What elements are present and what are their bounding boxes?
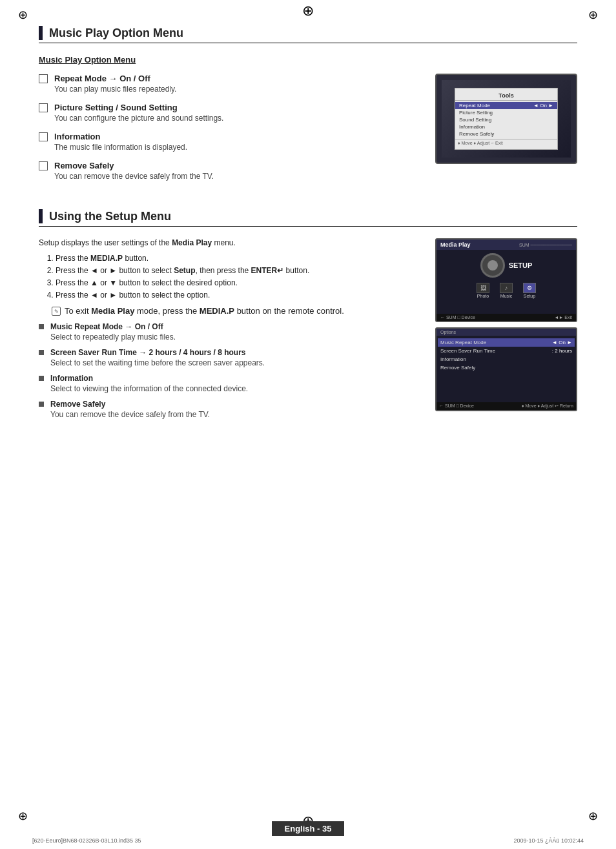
menu-item-remove: Remove Safely You can remove the device … <box>39 161 422 181</box>
sm-footer-right: ♦ Move ♦ Adjust ↩ Return <box>522 404 573 409</box>
tools-footer-text: ♦ Move ♦ Adjust ←Exit <box>458 141 503 145</box>
tools-popup-footer: ♦ Move ♦ Adjust ←Exit <box>455 139 557 147</box>
bullet-screensaver-content: Screen Saver Run Time → 2 hours / 4 hour… <box>50 348 265 367</box>
bullet-items: Music Repeat Mode → On / Off Select to r… <box>39 322 422 419</box>
tools-item-picture-label: Picture Setting <box>459 110 493 116</box>
bullet-info: Information Select to viewing the inform… <box>39 374 422 393</box>
tools-popup: Tools Repeat Mode ◄ On ► Picture Setting… <box>455 88 558 150</box>
sm-music-repeat-value: ◄ On ► <box>552 340 572 345</box>
bullet-music-repeat-desc: Select to repeatedly play music files. <box>50 332 176 342</box>
steps-left: Setup displays the user settings of the … <box>39 238 422 425</box>
menu-item-remove-desc: You can remove the device safely from th… <box>54 172 214 181</box>
bullet-icon-remove <box>39 402 44 407</box>
tools-item-sound: Sound Setting <box>455 116 557 123</box>
sm-item-info: Information <box>440 355 572 363</box>
bullet-screensaver-title: Screen Saver Run Time → 2 hours / 4 hour… <box>50 348 265 357</box>
section2-title: Using the Setup Menu <box>49 210 171 223</box>
tools-popup-title: Tools <box>455 91 557 101</box>
tools-item-remove: Remove Safely <box>455 130 557 138</box>
bullet-info-content: Information Select to viewing the inform… <box>50 374 248 393</box>
tools-item-info-label: Information <box>459 124 485 130</box>
menu-item-picture-title: Picture Setting / Sound Setting <box>54 103 223 112</box>
checkbox-icon-repeat <box>39 74 48 83</box>
tools-item-repeat-label: Repeat Mode <box>459 103 490 108</box>
tools-item-info: Information <box>455 123 557 130</box>
section1-content: Repeat Mode → On / Off You can play musi… <box>39 74 577 190</box>
bullet-remove: Remove Safely You can remove the device … <box>39 400 422 419</box>
checkbox-icon-remove <box>39 161 48 170</box>
page-wrapper: ⊕ ⊕ ⊕ ⊕ ⊕ ⊕ Music Play Option Menu Music… <box>0 0 616 849</box>
menu-item-picture: Picture Setting / Sound Setting You can … <box>39 103 422 123</box>
sm-item-remove: Remove Safely <box>440 363 572 372</box>
sm-info-label: Information <box>440 356 466 362</box>
section1-tv-screen: Tools Repeat Mode ◄ On ► Picture Setting… <box>435 74 577 190</box>
bullet-icon-info <box>39 376 44 381</box>
bullet-music-repeat: Music Repeat Mode → On / Off Select to r… <box>39 322 422 342</box>
bullet-music-repeat-title: Music Repeat Mode → On / Off <box>50 322 176 331</box>
media-play-screen: Media Play SUM ───────────── SETUP <box>435 238 577 322</box>
tools-item-picture: Picture Setting <box>455 109 557 116</box>
section2-content: Setup displays the user settings of the … <box>39 238 577 425</box>
section1: Music Play Option Menu Music Play Option… <box>39 26 577 190</box>
mp-photo-label: Photo <box>477 294 489 298</box>
checkbox-icon-picture <box>39 103 48 112</box>
note-text: To exit Media Play mode, press the MEDIA… <box>65 306 344 316</box>
menu-item-information-title: Information <box>54 132 187 141</box>
menu-item-information-content: Information The music file information i… <box>54 132 187 152</box>
bullet-icon-screensaver <box>39 350 44 355</box>
bottom-meta: [620-Eeuro]BN68-02326B-03L10.ind35 35 20… <box>32 837 584 844</box>
menu-item-picture-desc: You can configure the picture and sound … <box>54 114 223 123</box>
step-1: Press the MEDIA.P button. <box>56 254 422 263</box>
tools-item-repeat-value: ◄ On ► <box>533 103 553 108</box>
step-2: Press the ◄ or ► button to select Setup,… <box>56 266 422 275</box>
tools-item-remove-label: Remove Safely <box>459 131 494 137</box>
numbered-steps: Press the MEDIA.P button. Press the ◄ or… <box>39 254 422 300</box>
section1-title: Music Play Option Menu <box>49 26 183 40</box>
sm-header-label: Options <box>440 330 456 334</box>
bullet-remove-title: Remove Safely <box>50 400 210 409</box>
mp-header: Media Play SUM ───────────── <box>436 240 576 250</box>
sm-content: Music Repeat Mode ◄ On ► Screen Saver Ru… <box>436 336 576 374</box>
checkbox-icon-information <box>39 132 48 141</box>
menu-item-repeat-desc: You can play music files repeatedly. <box>54 85 176 94</box>
tools-item-repeat: Repeat Mode ◄ On ► <box>455 102 557 109</box>
sm-screensaver-value: : 2 hours <box>552 348 572 354</box>
bullet-remove-desc: You can remove the device safely from th… <box>50 410 210 419</box>
reg-mark-top-left: ⊕ <box>18 8 28 22</box>
section2: Using the Setup Menu Setup displays the … <box>39 209 577 425</box>
sm-item-music-repeat: Music Repeat Mode ◄ On ► <box>438 338 575 347</box>
mp-music-label: Music <box>500 294 512 298</box>
note-icon: ✎ <box>52 307 61 316</box>
mp-footer-left: ← SUM □ Device <box>440 315 475 320</box>
sm-header: Options <box>436 329 576 336</box>
setup-intro: Setup displays the user settings of the … <box>39 238 422 247</box>
bullet-icon-music-repeat <box>39 324 44 329</box>
section2-bar <box>39 209 43 223</box>
menu-item-repeat: Repeat Mode → On / Off You can play musi… <box>39 74 422 94</box>
menu-item-repeat-title: Repeat Mode → On / Off <box>54 74 176 83</box>
steps-right: Media Play SUM ───────────── SETUP <box>435 238 577 425</box>
step-4: Press the ◄ or ► button to select the op… <box>56 291 422 300</box>
bullet-screensaver-desc: Select to set the waiting time before th… <box>50 358 265 367</box>
menu-item-remove-title: Remove Safely <box>54 161 214 170</box>
subsection1-title: Music Play Option Menu <box>39 55 577 65</box>
setup-label: SETUP <box>509 261 533 269</box>
mp-header-info: SUM ───────────── <box>519 243 572 247</box>
bottom-right-text: 2009-10-15 ¿ÀÀü 10:02:44 <box>513 837 584 844</box>
page-footer-box: English - 35 <box>272 821 345 836</box>
menu-item-picture-content: Picture Setting / Sound Setting You can … <box>54 103 223 123</box>
bullet-info-desc: Select to viewing the information of the… <box>50 384 248 393</box>
step-3: Press the ▲ or ▼ button to select the de… <box>56 278 422 287</box>
note-item: ✎ To exit Media Play mode, press the MED… <box>52 306 422 316</box>
setup-menu-screen: Options Music Repeat Mode ◄ On ► Screen … <box>435 327 577 411</box>
footer-label: English - 35 <box>285 824 332 834</box>
sm-music-repeat-label: Music Repeat Mode <box>440 340 486 345</box>
page-footer: English - 35 <box>0 821 616 836</box>
reg-mark-top-right: ⊕ <box>588 8 598 22</box>
bottom-left-text: [620-Eeuro]BN68-02326B-03L10.ind35 35 <box>32 837 141 844</box>
tools-tv-screen: Tools Repeat Mode ◄ On ► Picture Setting… <box>435 74 577 164</box>
menu-item-repeat-content: Repeat Mode → On / Off You can play musi… <box>54 74 176 94</box>
reg-mark-top-center: ⊕ <box>302 3 314 19</box>
menu-item-information-desc: The music file information is displayed. <box>54 143 187 152</box>
mp-footer-right: ◄► Exit <box>555 315 572 320</box>
